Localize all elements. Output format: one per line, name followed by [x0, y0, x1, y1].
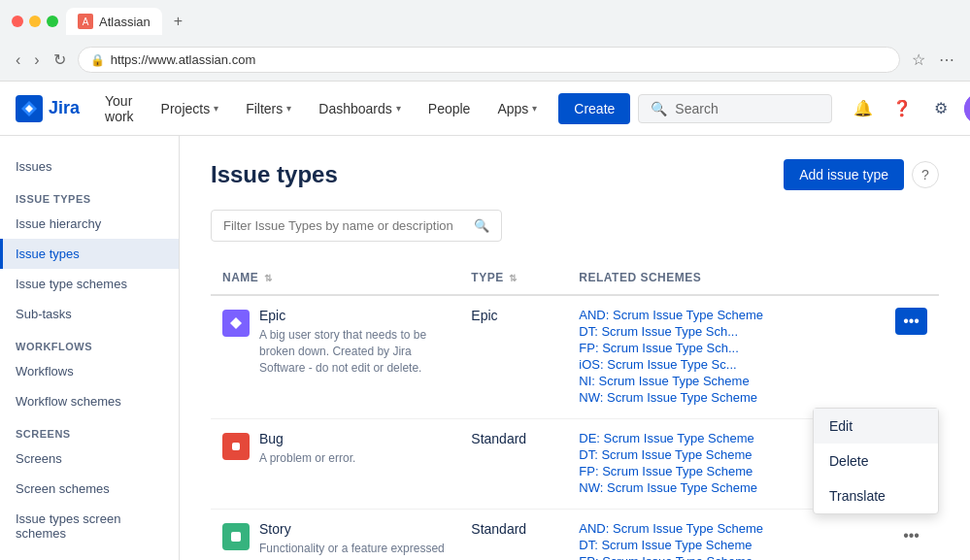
nav-apps[interactable]: Apps ▾: [487, 93, 547, 124]
minimize-button[interactable]: [29, 16, 41, 27]
new-tab-button[interactable]: +: [174, 13, 183, 30]
dropdown-translate-item[interactable]: Translate: [814, 478, 938, 513]
sidebar-section-issue-types: ISSUE TYPES: [0, 181, 179, 209]
scheme-link[interactable]: NW: Scrum Issue Type Scheme: [579, 390, 872, 405]
sidebar-item-issue-type-schemes[interactable]: Issue type schemes: [0, 269, 179, 299]
dropdown-edit-item[interactable]: Edit: [814, 409, 938, 444]
bug-icon: [222, 433, 250, 460]
profile-icon[interactable]: ⋯: [935, 47, 958, 73]
issue-name-cell: Bug A problem or error.: [211, 419, 459, 510]
refresh-button[interactable]: ↻: [50, 47, 70, 73]
sidebar-section-screens: SCREENS: [0, 416, 179, 444]
sidebar-item-issues[interactable]: Issues: [0, 151, 179, 181]
scheme-link[interactable]: DT: Scrum Issue Type Scheme: [579, 538, 872, 552]
issue-description: A big user story that needs to be broken…: [259, 327, 448, 376]
browser-chrome: A Atlassian + ‹ › ↻ 🔒 https://www.atlass…: [0, 0, 970, 82]
sidebar-item-issue-hierarchy[interactable]: Issue hierarchy: [0, 209, 179, 239]
jira-logo-icon: [16, 95, 43, 122]
epic-actions-button[interactable]: •••: [895, 308, 927, 335]
nav-dashboards[interactable]: Dashboards ▾: [309, 93, 411, 124]
search-bar[interactable]: 🔍 Search: [638, 94, 832, 123]
actions-dropdown-menu: Edit Delete Translate: [813, 408, 939, 514]
browser-actions: ☆ ⋯: [908, 47, 958, 73]
lock-icon: 🔒: [90, 53, 105, 67]
url-bar[interactable]: 🔒 https://www.atlassian.com: [78, 47, 900, 73]
scheme-link[interactable]: NI: Scrum Issue Type Scheme: [579, 374, 872, 388]
scheme-link[interactable]: AND: Scrum Issue Type Scheme: [579, 521, 872, 536]
tab-title: Atlassian: [99, 15, 151, 29]
chevron-down-icon: ▾: [396, 103, 401, 114]
issue-name-cell: Story Functionality or a feature express…: [211, 510, 459, 561]
filter-bar: 🔍: [211, 210, 939, 242]
forward-button[interactable]: ›: [30, 48, 43, 73]
col-header-schemes: Related Schemes: [567, 261, 884, 295]
scheme-link[interactable]: FP: Scrum Issue Type Scheme: [579, 554, 872, 560]
issue-description: A problem or error.: [259, 450, 355, 467]
scheme-link[interactable]: AND: Scrum Issue Type Scheme: [579, 308, 872, 322]
scheme-link[interactable]: iOS: Scrum Issue Type Sc...: [579, 357, 872, 372]
issue-actions-cell: •••: [884, 295, 939, 419]
sidebar-item-screen-schemes[interactable]: Screen schemes: [0, 474, 179, 504]
svg-point-1: [964, 93, 970, 124]
maximize-button[interactable]: [47, 16, 58, 27]
sidebar-item-sub-tasks[interactable]: Sub-tasks: [0, 299, 179, 329]
col-header-name: Name ⇅: [211, 261, 459, 295]
jira-navbar: Jira Your work Projects ▾ Filters ▾ Dash…: [0, 82, 970, 136]
nav-people[interactable]: People: [418, 93, 481, 124]
close-button[interactable]: [12, 16, 23, 27]
issue-name: Bug: [259, 431, 355, 446]
sidebar-item-workflow-schemes[interactable]: Workflow schemes: [0, 386, 179, 416]
jira-logo[interactable]: Jira: [16, 95, 80, 122]
add-issue-type-button[interactable]: Add issue type: [784, 159, 904, 190]
notifications-icon[interactable]: 🔔: [848, 93, 879, 124]
table-row: Story Functionality or a feature express…: [211, 510, 939, 561]
help-button[interactable]: ?: [912, 161, 939, 188]
window-controls: [12, 16, 58, 27]
avatar[interactable]: [964, 93, 970, 124]
nav-projects[interactable]: Projects ▾: [151, 93, 229, 124]
nav-your-work[interactable]: Your work: [95, 85, 144, 132]
col-header-actions: [884, 261, 939, 295]
sidebar: Issues ISSUE TYPES Issue hierarchy Issue…: [0, 136, 180, 560]
scheme-link[interactable]: DT: Scrum Issue Type Sch...: [579, 324, 872, 339]
scheme-link[interactable]: FP: Scrum Issue Type Sch...: [579, 341, 872, 355]
help-icon[interactable]: ❓: [886, 93, 918, 124]
sidebar-section-workflows: WORKFLOWS: [0, 329, 179, 356]
create-button[interactable]: Create: [558, 93, 630, 124]
page-header: Issue types Add issue type ?: [211, 159, 939, 190]
nav-filters[interactable]: Filters ▾: [236, 93, 301, 124]
sidebar-item-workflows[interactable]: Workflows: [0, 356, 179, 386]
sidebar-item-issue-types-screen-schemes[interactable]: Issue types screen schemes: [0, 504, 179, 548]
issue-description: Functionality or a feature expressed as …: [259, 541, 448, 560]
filter-input[interactable]: [223, 218, 466, 233]
page-title: Issue types: [211, 161, 338, 188]
story-actions-button[interactable]: •••: [895, 521, 927, 550]
sidebar-item-issue-types[interactable]: Issue types: [0, 239, 179, 269]
back-button[interactable]: ‹: [12, 48, 24, 73]
svg-marker-4: [230, 317, 242, 329]
svg-rect-5: [232, 443, 240, 450]
header-actions: Add issue type ?: [784, 159, 939, 190]
table-row: Epic A big user story that needs to be b…: [211, 295, 939, 419]
issue-name: Story: [259, 521, 448, 537]
issue-schemes-cell: AND: Scrum Issue Type Scheme DT: Scrum I…: [567, 295, 884, 419]
sidebar-item-screens[interactable]: Screens: [0, 444, 179, 474]
issue-type-cell: Epic: [459, 295, 567, 419]
svg-rect-6: [231, 532, 241, 542]
sidebar-section-fields: FIELDS: [0, 548, 179, 560]
browser-tab[interactable]: A Atlassian: [66, 8, 162, 35]
issue-type-cell: Standard: [459, 419, 567, 510]
dropdown-delete-item[interactable]: Delete: [814, 444, 938, 478]
nav-icon-group: 🔔 ❓ ⚙: [848, 93, 970, 124]
issue-actions-cell: •••: [884, 510, 939, 561]
browser-navigation: ‹ › ↻: [12, 47, 70, 73]
filter-input-wrapper[interactable]: 🔍: [211, 210, 502, 242]
search-icon: 🔍: [651, 101, 667, 116]
main-layout: Issues ISSUE TYPES Issue hierarchy Issue…: [0, 136, 970, 560]
chevron-down-icon: ▾: [532, 103, 537, 114]
bookmark-icon[interactable]: ☆: [908, 47, 929, 73]
issue-type-cell: Standard: [459, 510, 567, 561]
chevron-down-icon: ▾: [286, 103, 291, 114]
settings-icon[interactable]: ⚙: [925, 93, 956, 124]
col-header-type: Type ⇅: [459, 261, 567, 295]
